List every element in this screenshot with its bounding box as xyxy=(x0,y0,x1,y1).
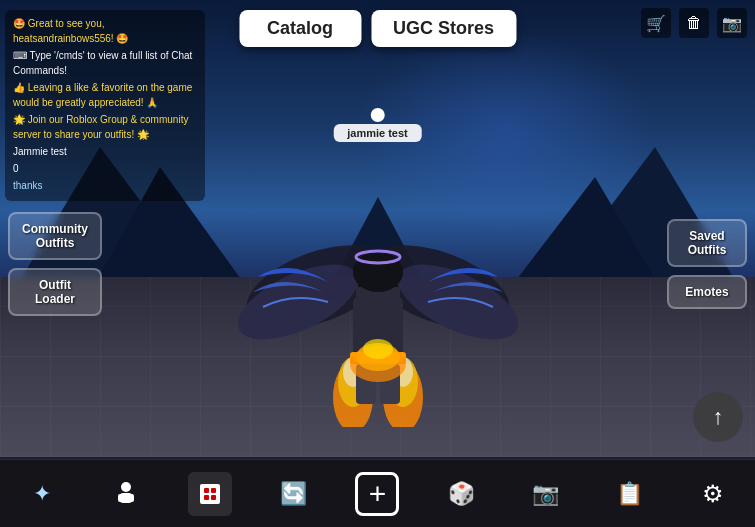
name-tag-bar: jammie test xyxy=(333,124,422,142)
svg-point-21 xyxy=(363,339,393,359)
catalog-button[interactable]: Catalog xyxy=(239,10,361,47)
community-outfits-button[interactable]: CommunityOutfits xyxy=(8,212,102,260)
top-center-buttons: Catalog UGC Stores xyxy=(239,10,516,47)
chat-line-6: 0 xyxy=(13,161,197,176)
svg-rect-26 xyxy=(200,484,220,504)
svg-point-22 xyxy=(121,482,131,492)
character-icon[interactable] xyxy=(104,472,148,516)
mystery-dice-icon[interactable]: 🎲 xyxy=(439,472,483,516)
roblox-icon[interactable] xyxy=(188,472,232,516)
ugc-stores-button[interactable]: UGC Stores xyxy=(371,10,516,47)
bottom-bar: ✦ 🔄 + 🎲 📷 📋 ⚙ xyxy=(0,459,755,527)
character-svg-icon xyxy=(112,480,140,508)
add-button[interactable]: + xyxy=(355,472,399,516)
chat-line-4: 🌟 Join our Roblox Group & community serv… xyxy=(13,112,197,142)
saved-outfits-button[interactable]: SavedOutfits xyxy=(667,219,747,267)
svg-rect-15 xyxy=(358,272,398,287)
sparkle-icon[interactable]: ✦ xyxy=(20,472,64,516)
name-tag-area: jammie test xyxy=(333,108,422,142)
svg-rect-28 xyxy=(211,488,216,493)
character-svg xyxy=(238,127,518,427)
trash-icon[interactable]: 🗑 xyxy=(679,8,709,38)
cart-icon[interactable]: 🛒 xyxy=(641,8,671,38)
photo-icon[interactable]: 📷 xyxy=(523,472,567,516)
emotes-button[interactable]: Emotes xyxy=(667,275,747,309)
chat-box: 🤩 Great to see you, heatsandrainbows556!… xyxy=(5,10,205,201)
svg-rect-29 xyxy=(204,495,209,500)
settings-icon[interactable]: ⚙ xyxy=(691,472,735,516)
svg-rect-24 xyxy=(118,494,124,502)
refresh-icon[interactable]: 🔄 xyxy=(272,472,316,516)
svg-rect-30 xyxy=(211,495,216,500)
right-buttons: SavedOutfits Emotes xyxy=(667,219,747,309)
left-buttons: CommunityOutfits OutfitLoader xyxy=(8,212,102,316)
chat-line-1: 🤩 Great to see you, heatsandrainbows556!… xyxy=(13,16,197,46)
svg-rect-27 xyxy=(204,488,209,493)
chat-line-5: Jammie test xyxy=(13,144,197,159)
list-icon[interactable]: 📋 xyxy=(607,472,651,516)
outfit-loader-button[interactable]: OutfitLoader xyxy=(8,268,102,316)
character-area xyxy=(228,107,528,427)
chat-line-7: thanks xyxy=(13,178,197,193)
top-right-icons: 🛒 🗑 📷 xyxy=(641,8,747,38)
camera-top-icon[interactable]: 📷 xyxy=(717,8,747,38)
roblox-logo-icon xyxy=(197,481,223,507)
scroll-up-button[interactable]: ↑ xyxy=(693,392,743,442)
chat-line-3: 👍 Leaving a like & favorite on the game … xyxy=(13,80,197,110)
chat-line-2: ⌨ Type '/cmds' to view a full list of Ch… xyxy=(13,48,197,78)
svg-rect-25 xyxy=(128,494,134,502)
name-tag-dot xyxy=(371,108,385,122)
